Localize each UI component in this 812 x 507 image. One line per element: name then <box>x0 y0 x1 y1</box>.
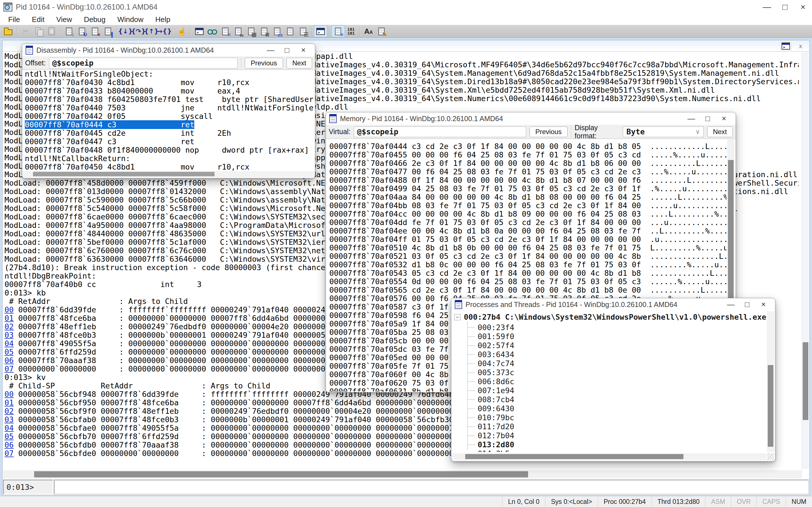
open-processes-window-button[interactable]: ☰ <box>297 25 310 37</box>
source-mode-button[interactable]: 101 101 <box>345 25 357 37</box>
thread-item[interactable]: 000:23f4 <box>467 323 767 332</box>
close-button[interactable]: × <box>716 113 732 124</box>
step-into-button[interactable]: {↓} <box>119 25 132 37</box>
process-root-node[interactable]: − 000:27b4 C:\Windows\System32\WindowsPo… <box>454 313 767 321</box>
previous-button[interactable]: Previous <box>245 58 283 68</box>
scrollbar-thumb[interactable] <box>34 471 528 477</box>
minimize-button[interactable]: — <box>723 299 739 310</box>
disassembly-line[interactable]: 00007ff8`70af0450 4c8bd1 mov r10,rcx <box>25 163 314 171</box>
command-input[interactable] <box>54 480 809 494</box>
disassembly-line[interactable]: ntdll!NtWaitForSingleObject: <box>25 70 314 78</box>
maximize-button[interactable]: □ <box>776 0 794 14</box>
disassembly-line[interactable]: 00007ff8`70af0444 c3 ret <box>25 121 314 129</box>
thread-item[interactable]: 008:7cb4 <box>467 395 767 404</box>
thread-item[interactable]: 003:6434 <box>467 350 767 359</box>
copy-button[interactable] <box>32 25 45 37</box>
open-locals-window-button[interactable]: ≡ <box>219 25 232 37</box>
disassembly-horizontal-scrollbar[interactable] <box>23 171 314 177</box>
menu-edit[interactable]: Edit <box>26 15 50 24</box>
minimize-button[interactable]: — <box>683 113 700 124</box>
thread-item[interactable]: 010:79bc <box>467 413 767 422</box>
stack-frame-link[interactable]: 03 <box>4 415 14 424</box>
paste-button[interactable] <box>45 25 58 37</box>
scrollbar-thumb[interactable] <box>465 454 683 459</box>
stack-frame-link[interactable]: 04 <box>4 339 14 348</box>
scrollbar-thumb[interactable] <box>803 342 808 420</box>
disassembly-line[interactable]: 00007ff8`70af0448 0f1f840000000000 nop d… <box>25 146 314 154</box>
disassembly-line[interactable]: 00007ff8`70af0430 4c8bd1 mov r10,rcx <box>25 78 314 87</box>
break-button[interactable]: ∥ <box>101 25 114 37</box>
open-registers-window-button[interactable]: 0x <box>232 25 245 37</box>
stack-frame-link[interactable]: 05 <box>4 432 14 441</box>
menu-help[interactable]: Help <box>149 15 176 24</box>
next-button[interactable]: Next <box>287 58 312 68</box>
stack-frame-link[interactable]: 01 <box>4 314 14 323</box>
close-button[interactable]: × <box>794 0 812 14</box>
disassembly-line[interactable]: 00007ff8`70af0433 b804000000 mov eax,4 <box>25 87 314 95</box>
disassembly-line[interactable]: 00007ff8`70af0440 7503 jne ntdll!NtWaitF… <box>25 104 314 112</box>
command-vertical-scrollbar[interactable] <box>802 52 809 469</box>
menu-file[interactable]: File <box>2 15 26 24</box>
stack-frame-link[interactable]: 06 <box>4 441 14 449</box>
thread-item[interactable]: 006:8d6c <box>467 377 767 386</box>
menu-window[interactable]: Window <box>111 15 149 24</box>
stack-frame-link[interactable]: 00 <box>4 305 14 314</box>
stack-frame-link[interactable]: 07 <box>4 449 14 458</box>
close-button[interactable]: × <box>295 45 312 56</box>
stack-frame-link[interactable]: 02 <box>4 322 14 331</box>
menu-debug[interactable]: Debug <box>78 15 112 24</box>
virtual-address-input[interactable]: @$scopeip <box>354 126 526 137</box>
thread-item[interactable]: 005:373c <box>467 368 767 377</box>
thread-item[interactable]: 004:7c74 <box>467 359 767 368</box>
thread-item[interactable]: 007:1e94 <box>467 386 767 395</box>
open-scratch-pad-button[interactable] <box>284 25 297 37</box>
command-window-toggle-button[interactable] <box>314 25 327 37</box>
next-button[interactable]: Next <box>707 126 733 137</box>
stack-frame-link[interactable]: 04 <box>4 424 14 432</box>
thread-item[interactable]: 001:59f0 <box>467 332 767 341</box>
disassembly-line[interactable]: 00007ff8`70af0438 f604250803fe7f01 test … <box>25 95 314 104</box>
open-memory-window-button[interactable]: ▤ <box>245 25 258 37</box>
menu-view[interactable]: View <box>50 15 78 24</box>
thread-item[interactable]: 014:3b5c <box>467 449 767 452</box>
offset-input[interactable]: @$scopeip <box>49 58 238 68</box>
thread-item[interactable]: 009:6430 <box>467 404 767 413</box>
processes-horizontal-scrollbar[interactable] <box>452 453 766 460</box>
command-horizontal-scrollbar[interactable] <box>3 470 802 478</box>
go-button[interactable]: ↓ <box>63 25 75 37</box>
command-dock-close-icon[interactable]: x <box>799 43 802 50</box>
open-disassembly-window-button[interactable]: 1.0 <box>271 25 284 37</box>
scrollbar-thumb[interactable] <box>728 160 733 305</box>
collapse-icon[interactable]: − <box>454 314 460 320</box>
thread-item[interactable]: 002:57f4 <box>467 341 767 350</box>
thread-item[interactable]: 013:2d80 <box>467 440 767 449</box>
stack-frame-link[interactable]: 02 <box>4 407 14 415</box>
disassembly-line[interactable]: 00007ff8`70af0445 cd2e int 2Eh <box>25 129 314 137</box>
memory-title-bar[interactable]: Memory - Pid 10164 - WinDbg:10.0.26100.1… <box>326 112 735 125</box>
stack-frame-link[interactable]: 00 <box>4 390 14 399</box>
run-to-cursor-button[interactable]: →{} <box>158 25 171 37</box>
minimize-button[interactable]: — <box>758 0 776 14</box>
maximize-button[interactable]: □ <box>739 299 755 310</box>
maximize-button[interactable]: □ <box>700 113 716 124</box>
minimize-button[interactable]: — <box>262 45 279 56</box>
options-button[interactable]: ✎ <box>375 25 388 37</box>
insert-remove-breakpoint-button[interactable]: ☝ <box>175 25 188 37</box>
processes-title-bar[interactable]: Processes and Threads - Pid 10164 - WinD… <box>451 298 775 311</box>
scrollbar-thumb[interactable] <box>768 365 773 447</box>
stack-frame-link[interactable]: 06 <box>4 356 14 365</box>
stack-frame-link[interactable]: 01 <box>4 398 14 407</box>
step-out-button[interactable]: {↑} <box>145 25 158 37</box>
resize-grip[interactable] <box>767 453 774 460</box>
previous-button[interactable]: Previous <box>529 126 567 137</box>
thread-item[interactable]: 012:7b04 <box>467 431 767 440</box>
open-source-file-button[interactable] <box>2 25 15 37</box>
thread-item[interactable]: 011:7d20 <box>467 422 767 431</box>
disassembly-line[interactable]: ntdll!NtCallbackReturn: <box>25 154 314 163</box>
close-button[interactable]: × <box>755 299 772 310</box>
font-button[interactable]: AA <box>362 25 375 37</box>
disassembly-title-bar[interactable]: Disassembly - Pid 10164 - WinDbg:10.0.26… <box>22 44 315 56</box>
disassembly-line[interactable]: 00007ff8`70af0447 c3 ret <box>25 137 314 146</box>
disassembly-line[interactable]: 00007ff8`70af0442 0f05 syscall <box>25 112 314 121</box>
scrollbar-thumb[interactable] <box>33 172 214 176</box>
